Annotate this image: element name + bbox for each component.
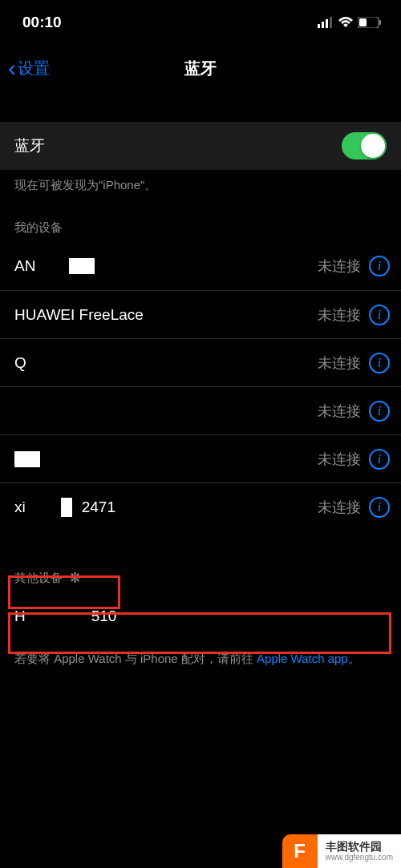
device-row[interactable]: AN 未连接 i xyxy=(0,242,401,290)
redacted-block xyxy=(69,258,95,274)
wifi-icon xyxy=(338,17,353,28)
device-row[interactable]: HUAWEI FreeLace 未连接 i xyxy=(0,290,401,338)
info-icon[interactable]: i xyxy=(369,449,390,470)
chevron-left-icon: ‹ xyxy=(8,56,16,80)
watermark-icon: F xyxy=(282,834,318,868)
bluetooth-toggle[interactable] xyxy=(342,132,387,159)
other-devices-header: 其他设备 xyxy=(0,563,401,592)
device-status: 未连接 xyxy=(318,402,361,421)
device-status: 未连接 xyxy=(318,498,361,517)
toggle-knob xyxy=(361,134,385,158)
device-row[interactable]: xi 2471 未连接 i xyxy=(0,482,401,531)
battery-icon xyxy=(358,17,382,28)
device-row[interactable]: Q 未连接 i xyxy=(0,338,401,386)
bluetooth-toggle-cell: 蓝牙 xyxy=(0,122,401,170)
back-label: 设置 xyxy=(18,58,50,79)
my-devices-list: AN 未连接 i HUAWEI FreeLace 未连接 i Q 未连接 i 未… xyxy=(0,242,401,531)
info-icon[interactable]: i xyxy=(369,401,390,422)
svg-rect-2 xyxy=(326,19,328,28)
bluetooth-toggle-group: 蓝牙 xyxy=(0,122,401,170)
info-icon[interactable]: i xyxy=(369,497,390,518)
info-icon[interactable]: i xyxy=(369,256,390,277)
info-icon[interactable]: i xyxy=(369,305,390,325)
svg-rect-1 xyxy=(322,22,324,28)
status-time: 00:10 xyxy=(22,14,62,31)
device-row[interactable]: 未连接 i xyxy=(0,434,401,482)
device-status: 未连接 xyxy=(318,450,361,469)
spinner-icon xyxy=(69,571,83,586)
svg-rect-5 xyxy=(359,18,367,26)
device-status: 未连接 xyxy=(318,353,361,373)
page-title: 蓝牙 xyxy=(184,58,217,79)
back-button[interactable]: ‹ 设置 xyxy=(8,56,50,80)
bluetooth-label: 蓝牙 xyxy=(14,135,45,156)
info-icon[interactable]: i xyxy=(369,353,390,373)
device-row[interactable]: 未连接 i xyxy=(0,386,401,434)
device-status: 未连接 xyxy=(318,256,361,276)
discoverable-text: 现在可被发现为"iPhone"。 xyxy=(0,170,401,212)
watermark-url: www.dgfengtu.com xyxy=(326,853,394,862)
status-indicators xyxy=(318,17,382,28)
apple-watch-note: 若要将 Apple Watch 与 iPhone 配对，请前往 Apple Wa… xyxy=(0,640,401,678)
watermark-title: 丰图软件园 xyxy=(326,841,394,853)
my-devices-header: 我的设备 xyxy=(0,212,401,242)
other-devices-label: 其他设备 xyxy=(14,571,63,586)
status-bar: 00:10 xyxy=(0,0,401,45)
apple-watch-link[interactable]: Apple Watch app xyxy=(257,652,348,665)
watermark: F 丰图软件园 www.dgfengtu.com xyxy=(282,834,402,868)
redacted-block xyxy=(14,451,40,467)
device-status: 未连接 xyxy=(318,305,361,325)
other-device-row[interactable]: H 510 xyxy=(0,592,401,640)
svg-rect-3 xyxy=(330,17,332,28)
redacted-block xyxy=(61,498,72,517)
svg-rect-6 xyxy=(379,20,381,25)
svg-rect-0 xyxy=(318,24,320,28)
signal-icon xyxy=(318,17,334,28)
nav-bar: ‹ 设置 蓝牙 xyxy=(0,45,401,91)
